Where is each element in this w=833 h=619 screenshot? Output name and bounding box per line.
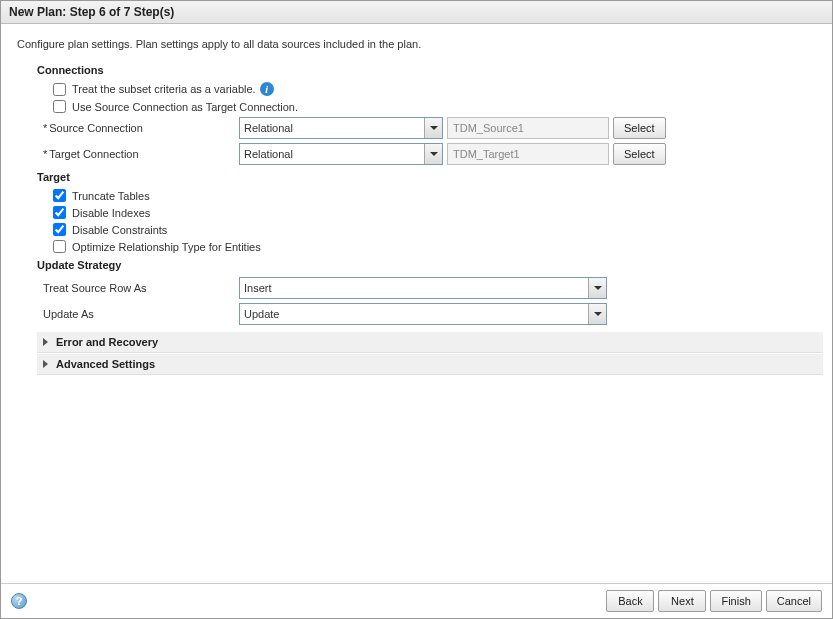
treat-row-label: Treat Source Row As	[43, 282, 239, 294]
treat-row-as-row: Treat Source Row As Insert	[43, 277, 822, 299]
disable-indexes-checkbox[interactable]	[53, 206, 66, 219]
back-button[interactable]: Back	[606, 590, 654, 612]
next-button[interactable]: Next	[658, 590, 706, 612]
chevron-down-icon	[594, 286, 602, 290]
source-connection-name: TDM_Source1	[447, 117, 609, 139]
cancel-button[interactable]: Cancel	[766, 590, 822, 612]
source-type-value: Relational	[244, 122, 293, 134]
source-connection-label: * Source Connection	[43, 122, 239, 134]
disable-constraints-label: Disable Constraints	[72, 224, 167, 236]
treat-row-value: Insert	[244, 282, 272, 294]
required-marker: *	[43, 122, 47, 134]
use-source-as-target-checkbox[interactable]	[53, 100, 66, 113]
source-connection-label-text: Source Connection	[49, 122, 143, 134]
treat-row-select[interactable]: Insert	[239, 277, 607, 299]
dropdown-button[interactable]	[588, 278, 606, 298]
chevron-down-icon	[430, 152, 438, 156]
update-as-value: Update	[244, 308, 279, 320]
use-source-as-target-row: Use Source Connection as Target Connecti…	[53, 100, 822, 113]
update-as-row: Update As Update	[43, 303, 822, 325]
target-heading: Target	[37, 171, 822, 183]
update-strategy-heading: Update Strategy	[37, 259, 822, 271]
source-select-button[interactable]: Select	[613, 117, 666, 139]
optimize-label: Optimize Relationship Type for Entities	[72, 241, 261, 253]
required-marker: *	[43, 148, 47, 160]
treat-subset-label: Treat the subset criteria as a variable.	[72, 83, 256, 95]
update-as-label: Update As	[43, 308, 239, 320]
disable-constraints-checkbox[interactable]	[53, 223, 66, 236]
truncate-label: Truncate Tables	[72, 190, 150, 202]
error-recovery-label: Error and Recovery	[56, 336, 158, 348]
truncate-checkbox[interactable]	[53, 189, 66, 202]
finish-button[interactable]: Finish	[710, 590, 761, 612]
target-connection-row: * Target Connection Relational TDM_Targe…	[43, 143, 822, 165]
advanced-settings-section[interactable]: Advanced Settings	[37, 353, 823, 375]
target-select-button[interactable]: Select	[613, 143, 666, 165]
truncate-row: Truncate Tables	[53, 189, 822, 202]
optimize-checkbox[interactable]	[53, 240, 66, 253]
help-icon[interactable]: ?	[11, 593, 27, 609]
dropdown-button[interactable]	[424, 118, 442, 138]
instruction-text: Configure plan settings. Plan settings a…	[17, 38, 822, 50]
source-connection-row: * Source Connection Relational TDM_Sourc…	[43, 117, 822, 139]
treat-subset-checkbox[interactable]	[53, 83, 66, 96]
dialog-title: New Plan: Step 6 of 7 Step(s)	[1, 1, 832, 24]
error-recovery-section[interactable]: Error and Recovery	[37, 331, 823, 353]
dialog-body: Configure plan settings. Plan settings a…	[1, 24, 832, 583]
chevron-down-icon	[430, 126, 438, 130]
dialog-footer: ? Back Next Finish Cancel	[1, 583, 832, 618]
target-connection-label-text: Target Connection	[49, 148, 138, 160]
disable-indexes-label: Disable Indexes	[72, 207, 150, 219]
optimize-row: Optimize Relationship Type for Entities	[53, 240, 822, 253]
target-connection-name: TDM_Target1	[447, 143, 609, 165]
dropdown-button[interactable]	[424, 144, 442, 164]
target-connection-label: * Target Connection	[43, 148, 239, 160]
disable-constraints-row: Disable Constraints	[53, 223, 822, 236]
dropdown-button[interactable]	[588, 304, 606, 324]
collapsible-sections: Error and Recovery Advanced Settings	[37, 331, 823, 375]
expand-icon	[43, 360, 48, 368]
advanced-settings-label: Advanced Settings	[56, 358, 155, 370]
source-type-select[interactable]: Relational	[239, 117, 443, 139]
target-type-select[interactable]: Relational	[239, 143, 443, 165]
chevron-down-icon	[594, 312, 602, 316]
info-icon[interactable]: i	[260, 82, 274, 96]
disable-indexes-row: Disable Indexes	[53, 206, 822, 219]
expand-icon	[43, 338, 48, 346]
use-source-as-target-label: Use Source Connection as Target Connecti…	[72, 101, 298, 113]
target-type-value: Relational	[244, 148, 293, 160]
treat-subset-row: Treat the subset criteria as a variable.…	[53, 82, 822, 96]
wizard-dialog: New Plan: Step 6 of 7 Step(s) Configure …	[0, 0, 833, 619]
connections-heading: Connections	[37, 64, 822, 76]
update-as-select[interactable]: Update	[239, 303, 607, 325]
